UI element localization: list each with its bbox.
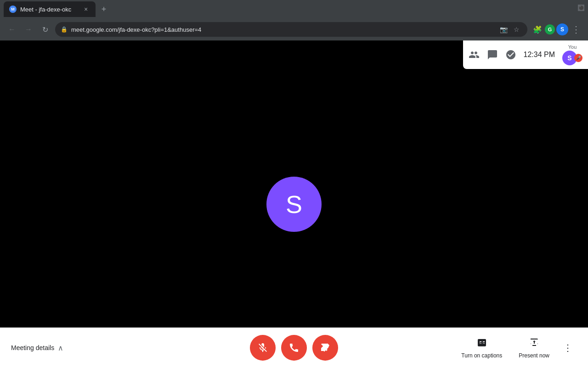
tab-close-button[interactable]: × bbox=[82, 5, 90, 13]
active-tab[interactable]: M Meet - jfa-dexe-okc × bbox=[4, 1, 96, 17]
bottom-bar: Meeting details ∧ Turn on captions Prese… bbox=[0, 328, 588, 368]
muted-badge: 🎤 bbox=[574, 54, 582, 62]
present-now-button[interactable]: Present now bbox=[511, 334, 557, 362]
end-call-button[interactable] bbox=[281, 335, 307, 361]
toolbar-user: You S 🎤 bbox=[562, 44, 582, 65]
controls-right: Turn on captions Present now ⋮ bbox=[454, 334, 577, 362]
profile-avatar: S bbox=[556, 23, 568, 35]
captions-icon bbox=[476, 337, 487, 351]
you-label-top: You bbox=[568, 44, 577, 50]
more-dots-icon: ⋮ bbox=[563, 342, 572, 353]
forward-button[interactable]: → bbox=[22, 23, 35, 36]
refresh-button[interactable]: ↻ bbox=[39, 23, 51, 36]
controls-center bbox=[250, 335, 338, 361]
url-right-icons: 📷 ☆ bbox=[498, 24, 522, 35]
turn-on-captions-label: Turn on captions bbox=[461, 352, 502, 359]
new-tab-button[interactable]: + bbox=[97, 3, 110, 16]
grammarly-icon[interactable]: G bbox=[545, 24, 555, 34]
meet-toolbar: 12:34 PM You S 🎤 bbox=[463, 40, 588, 69]
extensions-icon[interactable]: 🧩 bbox=[531, 23, 544, 36]
url-text: meet.google.com/jfa-dexe-okc?pli=1&authu… bbox=[71, 26, 494, 33]
browser-right-icons: 🧩 G S ⋮ bbox=[531, 23, 582, 36]
video-icon[interactable]: 📷 bbox=[498, 24, 509, 35]
chat-icon[interactable] bbox=[487, 49, 498, 60]
meeting-time: 12:34 PM bbox=[524, 51, 555, 59]
turn-on-captions-button[interactable]: Turn on captions bbox=[454, 334, 509, 362]
back-button[interactable]: ← bbox=[6, 23, 18, 36]
present-icon bbox=[529, 337, 540, 351]
participant-avatar: S bbox=[266, 177, 322, 232]
meeting-details-button[interactable]: Meeting details ∧ bbox=[11, 344, 63, 352]
people-icon[interactable] bbox=[469, 49, 480, 60]
address-bar: ← → ↻ 🔒 meet.google.com/jfa-dexe-okc?pli… bbox=[0, 18, 588, 40]
url-bar[interactable]: 🔒 meet.google.com/jfa-dexe-okc?pli=1&aut… bbox=[55, 22, 527, 37]
meeting-details-label: Meeting details bbox=[11, 344, 54, 351]
tab-title: Meet - jfa-dexe-okc bbox=[20, 6, 78, 13]
tab-bar: M Meet - jfa-dexe-okc × + ⚫ bbox=[0, 0, 588, 18]
bookmark-icon[interactable]: ☆ bbox=[511, 24, 522, 35]
mute-button[interactable] bbox=[250, 335, 276, 361]
more-options-button[interactable]: ⋮ bbox=[559, 339, 577, 357]
tab-favicon: M bbox=[9, 6, 17, 13]
browser-chrome: M Meet - jfa-dexe-okc × + ⚫ ← → ↻ 🔒 meet… bbox=[0, 0, 588, 40]
profile-icon[interactable]: S bbox=[556, 23, 569, 36]
more-options-icon[interactable]: ⋮ bbox=[570, 23, 582, 36]
video-button[interactable] bbox=[312, 335, 338, 361]
activities-icon[interactable] bbox=[505, 49, 516, 60]
present-now-label: Present now bbox=[519, 352, 549, 359]
lock-icon: 🔒 bbox=[61, 26, 68, 33]
meet-container: 12:34 PM You S 🎤 S 🎤 You bbox=[0, 40, 588, 368]
chevron-up-icon: ∧ bbox=[58, 344, 63, 352]
